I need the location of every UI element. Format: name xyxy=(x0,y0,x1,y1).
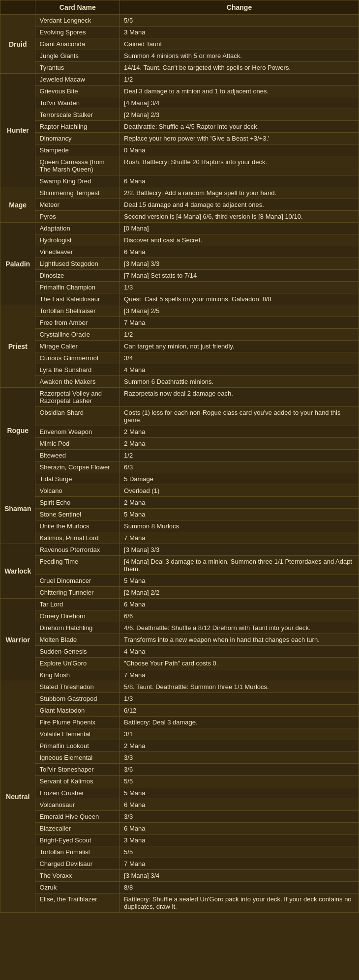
card-change: 4/6. Deathrattle: Shuffle a 8/12 Direhor… xyxy=(120,622,359,634)
card-change: 1/3 xyxy=(120,693,359,705)
main-table: Card Name Change DruidVerdant Longneck5/… xyxy=(0,0,359,913)
table-row: Molten BladeTransforms into a new weapon… xyxy=(0,634,359,646)
card-change: 2 Mana xyxy=(120,438,359,450)
card-name: Sudden Genesis xyxy=(35,646,120,658)
card-name: Verdant Longneck xyxy=(35,15,120,27)
table-row: Feeding Time[4 Mana] Deal 3 damage to a … xyxy=(0,556,359,575)
table-row: Biteweed1/2 xyxy=(0,450,359,461)
card-change: 3/1 xyxy=(120,728,359,740)
table-row: Obsidian ShardCosts (1) less for each no… xyxy=(0,407,359,426)
class-label: Shaman xyxy=(0,473,35,544)
card-change: [4 Mana] 3/4 xyxy=(120,97,359,109)
card-name: Envenom Weapon xyxy=(35,426,120,438)
card-change: Battlecry: Shuffle a sealed Un'Goro pack… xyxy=(120,894,359,913)
card-change: "Choose Your Path" card costs 0. xyxy=(120,658,359,669)
table-row: Mimic Pod2 Mana xyxy=(0,438,359,450)
card-change: Costs (1) less for each non-Rogue class … xyxy=(120,407,359,426)
card-name: Volcano xyxy=(35,485,120,497)
card-name: Mimic Pod xyxy=(35,438,120,450)
card-name: Lyra the Sunshard xyxy=(35,364,120,376)
table-row: ShamanTidal Surge5 Damage xyxy=(0,473,359,485)
header-class xyxy=(0,0,35,15)
table-row: Direhorn Hatchling4/6. Deathrattle: Shuf… xyxy=(0,622,359,634)
card-change: 6/3 xyxy=(120,461,359,473)
card-change: 3/4 xyxy=(120,352,359,364)
card-change: 2 Mana xyxy=(120,426,359,438)
card-change: [4 Mana] Deal 3 damage to a minion. Summ… xyxy=(120,556,359,575)
table-row: Tyrantus14/14. Taunt. Can't be targeted … xyxy=(0,62,359,74)
table-row: Charged Devilsaur7 Mana xyxy=(0,858,359,870)
card-change: 1/2 xyxy=(120,329,359,341)
table-row: Mirage CallerCan target any minion, not … xyxy=(0,341,359,352)
class-label: Paladin xyxy=(0,223,35,305)
card-change: Discover and cast a Secret. xyxy=(120,234,359,246)
card-change: 4 Mana xyxy=(120,646,359,658)
card-change: 1/3 xyxy=(120,282,359,293)
card-change: Can target any minion, not just friendly… xyxy=(120,341,359,352)
card-name: Unite the Murlocs xyxy=(35,520,120,532)
table-row: Blazecaller6 Mana xyxy=(0,823,359,835)
card-change: Replace your hero power with 'Give a Bea… xyxy=(120,133,359,144)
card-name: Adaptation xyxy=(35,223,120,234)
card-name: Crystalline Oracle xyxy=(35,329,120,341)
card-name: Bright-Eyed Scout xyxy=(35,835,120,846)
card-change: 6 Mana xyxy=(120,823,359,835)
table-row: Lyra the Sunshard4 Mana xyxy=(0,364,359,376)
table-row: HydrologistDiscover and cast a Secret. xyxy=(0,234,359,246)
card-name: Direhorn Hatchling xyxy=(35,622,120,634)
table-row: Queen Carnassa (from The Marsh Queen)Rus… xyxy=(0,156,359,175)
table-row: Jungle GiantsSummon 4 minions with 5 or … xyxy=(0,50,359,62)
table-row: DruidVerdant Longneck5/5 xyxy=(0,15,359,27)
class-label: Rogue xyxy=(0,388,35,473)
card-name: Primalfin Champion xyxy=(35,282,120,293)
card-name: Sherazin, Corpse Flower xyxy=(35,461,120,473)
table-row: Emerald Hive Queen3/3 xyxy=(0,811,359,823)
card-change: Gained Taunt xyxy=(120,38,359,50)
card-name: Giant Anaconda xyxy=(35,38,120,50)
card-change: 7 Mana xyxy=(120,858,359,870)
table-row: Volcanosaur6 Mana xyxy=(0,799,359,811)
table-row: Tol'vir Stoneshaper3/6 xyxy=(0,764,359,776)
card-name: Jungle Giants xyxy=(35,50,120,62)
card-name: Stampede xyxy=(35,144,120,156)
card-name: Lightfused Stegodon xyxy=(35,258,120,270)
card-name: Molten Blade xyxy=(35,634,120,646)
table-row: PriestTortollan Shellraiser[3 Mana] 2/5 xyxy=(0,305,359,317)
table-row: MageShimmering Tempest2/2. Battlecry: Ad… xyxy=(0,187,359,199)
card-change: 1/2 xyxy=(120,74,359,86)
card-change: Rush. Battlecry: Shuffle 20 Raptors into… xyxy=(120,156,359,175)
card-name: Razorpetal Volley and Razorpetal Lasher xyxy=(35,388,120,407)
card-change: 3/3 xyxy=(120,752,359,764)
table-row: Stampede0 Mana xyxy=(0,144,359,156)
card-change: 5/8. Taunt. Deathrattle: Summon three 1/… xyxy=(120,681,359,693)
card-change: [2 Mana] 2/2 xyxy=(120,587,359,599)
card-name: Explore Un'Goro xyxy=(35,658,120,669)
card-name: Giant Mastodon xyxy=(35,705,120,717)
card-change: 7 Mana xyxy=(120,669,359,681)
card-change: [3 Mana] 2/5 xyxy=(120,305,359,317)
card-name: Free from Amber xyxy=(35,317,120,329)
card-change: 5/5 xyxy=(120,15,359,27)
card-change: Deal 3 damage to a minion and 1 to adjac… xyxy=(120,86,359,97)
table-row: King Mosh7 Mana xyxy=(0,669,359,681)
class-label: Warlock xyxy=(0,544,35,599)
card-change: 5/5 xyxy=(120,776,359,787)
card-change: 5 Damage xyxy=(120,473,359,485)
card-name: Awaken the Makers xyxy=(35,376,120,388)
card-name: Biteweed xyxy=(35,450,120,461)
table-row: Tol'vir Warden[4 Mana] 3/4 xyxy=(0,97,359,109)
card-change: 8/8 xyxy=(120,882,359,894)
card-change: 5 Mana xyxy=(120,575,359,587)
card-name: Spirit Echo xyxy=(35,497,120,509)
table-row: Giant Mastodon6/12 xyxy=(0,705,359,717)
card-change: Summon 6 Deathrattle minions. xyxy=(120,376,359,388)
card-change: 2 Mana xyxy=(120,740,359,752)
card-change: 6 Mana xyxy=(120,799,359,811)
card-change: [7 Mana] Set stats to 7/14 xyxy=(120,270,359,282)
class-label: Neutral xyxy=(0,681,35,913)
table-row: Explore Un'Goro"Choose Your Path" card c… xyxy=(0,658,359,669)
card-name: Igneous Elemental xyxy=(35,752,120,764)
card-change: 5 Mana xyxy=(120,509,359,520)
table-row: RogueRazorpetal Volley and Razorpetal La… xyxy=(0,388,359,407)
table-row: Frozen Crusher5 Mana xyxy=(0,787,359,799)
